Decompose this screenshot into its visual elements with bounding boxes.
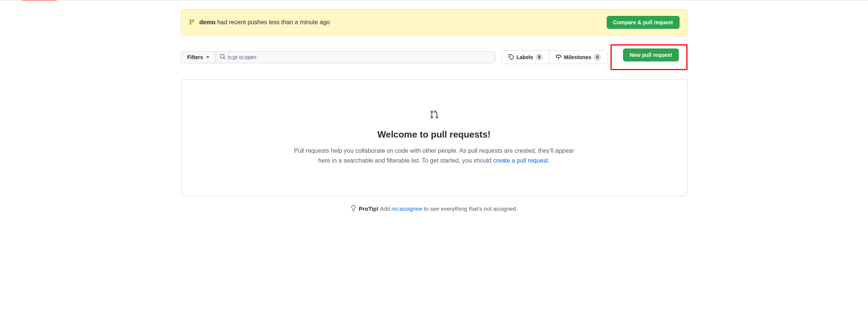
- branch-name: demo: [199, 19, 216, 25]
- protip-content: ProTip! Add no:assignee to see everythin…: [359, 205, 518, 212]
- protip-text-before: Add: [380, 205, 392, 212]
- filters-button[interactable]: Filters: [181, 51, 216, 63]
- tag-icon: [508, 54, 514, 61]
- labels-text: Labels: [516, 54, 533, 60]
- filter-search-group: Filters: [181, 51, 496, 63]
- git-branch-icon: [189, 19, 195, 26]
- recent-push-banner: demo had recent pushes less than a minut…: [181, 9, 687, 35]
- milestones-count: 0: [593, 53, 601, 61]
- description-text-2: .: [548, 157, 549, 164]
- labels-link[interactable]: Labels 9: [502, 51, 549, 64]
- tab-indicator: [22, 0, 57, 1]
- compare-pull-request-button[interactable]: Compare & pull request: [607, 16, 680, 29]
- search-wrapper: [216, 51, 496, 63]
- protip-text-after: to see everything that's not assigned.: [422, 205, 517, 212]
- new-pull-request-button[interactable]: New pull request: [623, 49, 678, 61]
- filters-label: Filters: [187, 54, 203, 60]
- protip-link[interactable]: no:assignee: [392, 205, 422, 212]
- empty-state: Welcome to pull requests! Pull requests …: [181, 79, 687, 196]
- lightbulb-icon: [350, 205, 356, 212]
- protip-label: ProTip!: [359, 205, 378, 212]
- create-pull-request-link[interactable]: create a pull request: [493, 157, 548, 164]
- milestones-text: Milestones: [564, 54, 591, 60]
- banner-content: demo had recent pushes less than a minut…: [189, 19, 330, 26]
- search-input[interactable]: [216, 51, 496, 63]
- empty-state-title: Welcome to pull requests!: [196, 129, 672, 140]
- milestones-link[interactable]: Milestones 0: [549, 51, 607, 64]
- empty-state-description: Pull requests help you collaborate on co…: [290, 146, 578, 165]
- banner-text: demo had recent pushes less than a minut…: [199, 19, 330, 26]
- caret-down-icon: [206, 56, 209, 58]
- search-icon: [220, 54, 226, 61]
- labels-count: 9: [535, 53, 543, 61]
- pull-request-icon: [196, 110, 672, 120]
- milestone-icon: [556, 54, 562, 61]
- toolbar: Filters Labels 9: [181, 44, 687, 70]
- main-container: demo had recent pushes less than a minut…: [169, 9, 700, 212]
- banner-message: had recent pushes less than a minute ago: [217, 19, 330, 25]
- protip: ProTip! Add no:assignee to see everythin…: [181, 205, 687, 212]
- highlight-annotation: New pull request: [611, 44, 687, 70]
- labels-milestones-nav: Labels 9 Milestones 0: [502, 50, 608, 64]
- top-border: [0, 0, 868, 0]
